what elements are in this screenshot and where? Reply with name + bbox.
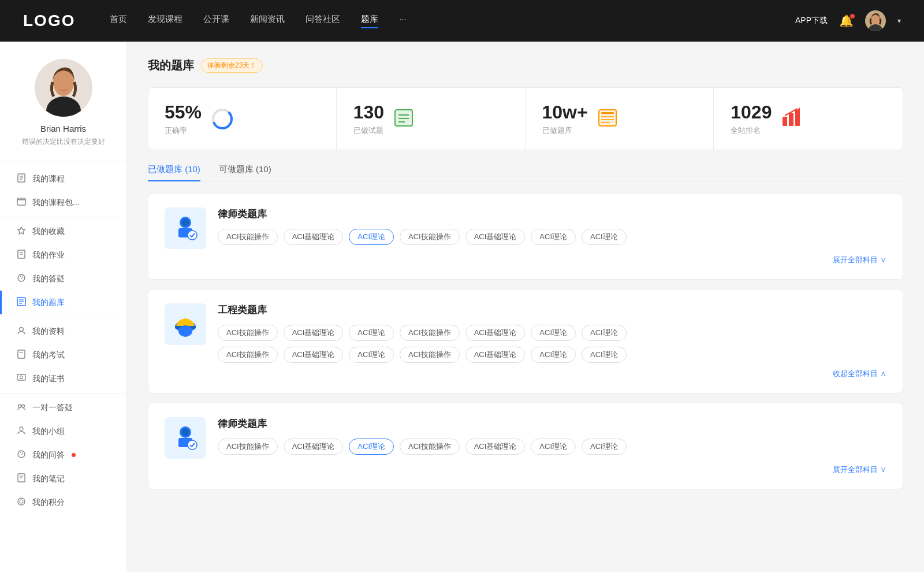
sidebar-item-label: 我的小组 [32,426,65,437]
sidebar-item-favorites[interactable]: 我的收藏 [0,220,126,243]
sidebar-item-exam[interactable]: 我的考试 [0,343,126,367]
user-avatar[interactable] [865,10,886,31]
nav-link-discover[interactable]: 发现课程 [148,14,182,28]
nav-links: 首页 发现课程 公开课 新闻资讯 问答社区 题库 ··· [110,14,795,28]
tag-2-1[interactable]: ACI基础理论 [284,325,344,341]
nav-link-more[interactable]: ··· [399,14,407,28]
tag-2-4[interactable]: ACI基础理论 [465,325,526,341]
svg-point-32 [20,427,23,430]
tag-1-5[interactable]: ACI理论 [531,229,576,245]
my-course-icon [16,173,27,184]
stat-done-qbanks: 10w+ 已做题库 [526,88,714,150]
sidebar-item-qbank[interactable]: 我的题库 [0,291,126,314]
nav-link-opencourse[interactable]: 公开课 [203,14,229,28]
sidebar-item-my-course[interactable]: 我的课程 [0,167,126,191]
qbank-expand-1[interactable]: 展开全部科目 ∨ [165,255,886,265]
sidebar-separator-1 [0,217,126,217]
page-layout: Brian Harris 错误的决定比没有决定要好 我的课程 我的课程包... [0,42,924,572]
tag-2-3[interactable]: ACI技能操作 [400,325,460,341]
tag-3-2[interactable]: ACI理论 [349,439,394,455]
rank-icon [781,107,804,131]
tag-3-6[interactable]: ACI理论 [582,439,627,455]
tag-2-0[interactable]: ACI技能操作 [218,325,278,341]
tag-2r2-1[interactable]: ACI基础理论 [284,347,344,363]
svg-point-60 [188,231,197,240]
questions-badge [72,453,76,457]
homework-icon [16,250,27,261]
tabs-bar: 已做题库 (10) 可做题库 (10) [148,164,903,181]
tag-1-6[interactable]: ACI理论 [582,229,627,245]
qbank-tags-3: ACI技能操作 ACI基础理论 ACI理论 ACI技能操作 ACI基础理论 AC… [218,439,886,455]
tag-1-0[interactable]: ACI技能操作 [218,229,278,245]
tag-3-4[interactable]: ACI基础理论 [465,439,526,455]
sidebar-item-label: 一对一答疑 [32,403,73,413]
my-qa-icon: ? [16,273,27,284]
sidebar-item-course-package[interactable]: 我的课程包... [0,191,126,214]
tag-3-1[interactable]: ACI基础理论 [284,439,344,455]
tag-1-4[interactable]: ACI基础理论 [465,229,526,245]
tab-done-qbanks[interactable]: 已做题库 (10) [148,164,200,181]
nav-link-home[interactable]: 首页 [110,14,127,28]
tag-1-3[interactable]: ACI技能操作 [400,229,460,245]
sidebar-item-label: 我的证书 [32,374,65,384]
sidebar-item-label: 我的积分 [32,497,65,508]
tag-2-2[interactable]: ACI理论 [349,325,394,341]
tag-3-0[interactable]: ACI技能操作 [218,439,278,455]
done-qbanks-icon [597,107,620,131]
tag-3-3[interactable]: ACI技能操作 [400,439,460,455]
stat-done-qbanks-info: 10w+ 已做题库 [542,102,588,136]
tag-2r2-5[interactable]: ACI理论 [531,347,576,363]
sidebar-item-label: 我的题库 [32,298,65,308]
sidebar-item-notes[interactable]: 我的笔记 [0,467,126,491]
qbank-expand-3[interactable]: 展开全部科目 ∨ [165,465,886,475]
qbank-info-3: 律师类题库 ACI技能操作 ACI基础理论 ACI理论 ACI技能操作 ACI基… [218,417,886,455]
course-package-icon [16,197,27,208]
qbank-tags-row1: ACI技能操作 ACI基础理论 ACI理论 ACI技能操作 ACI基础理论 AC… [218,325,886,341]
sidebar-item-profile[interactable]: 我的资料 [0,320,126,343]
sidebar-item-group[interactable]: 我的小组 [0,419,126,443]
tag-3-5[interactable]: ACI理论 [531,439,576,455]
qbank-collapse-2[interactable]: 收起全部科目 ∧ [165,369,886,379]
tag-1-1[interactable]: ACI基础理论 [284,229,344,245]
stat-accuracy: 55% 正确率 [148,88,337,150]
sidebar-item-my-questions[interactable]: ? 我的问答 [0,443,126,467]
tab-available-qbanks[interactable]: 可做题库 (10) [219,164,271,181]
notification-bell[interactable]: 🔔 [839,14,854,28]
sidebar-item-my-qa[interactable]: ? 我的答疑 [0,267,126,291]
stat-accuracy-value: 55% [165,102,202,123]
sidebar-item-one-on-one[interactable]: 一对一答疑 [0,396,126,419]
nav-logo: LOGO [23,12,75,30]
sidebar-item-label: 我的课程 [32,174,65,184]
svg-rect-49 [601,112,614,114]
sidebar-item-label: 我的问答 [32,450,65,460]
tag-2r2-2[interactable]: ACI理论 [349,347,394,363]
svg-rect-54 [789,113,793,126]
tag-2r2-3[interactable]: ACI技能操作 [400,347,460,363]
navbar: LOGO 首页 发现课程 公开课 新闻资讯 问答社区 题库 ··· APP下载 … [0,0,924,42]
user-dropdown-chevron[interactable]: ▾ [897,17,901,25]
tag-2r2-0[interactable]: ACI技能操作 [218,347,278,363]
nav-link-news[interactable]: 新闻资讯 [250,14,285,28]
sidebar-item-homework[interactable]: 我的作业 [0,243,126,267]
sidebar-item-label: 我的资料 [32,326,65,337]
tag-2r2-6[interactable]: ACI理论 [582,347,627,363]
nav-link-qa[interactable]: 问答社区 [305,14,340,28]
svg-point-39 [20,500,23,503]
done-questions-icon [393,107,416,131]
svg-point-25 [20,328,24,332]
sidebar-motto: 错误的决定比没有决定要好 [22,137,105,147]
tag-2r2-4[interactable]: ACI基础理论 [465,347,526,363]
tag-2-6[interactable]: ACI理论 [582,325,627,341]
tag-2-5[interactable]: ACI理论 [531,325,576,341]
sidebar-item-points[interactable]: 我的积分 [0,491,126,514]
app-download-button[interactable]: APP下载 [795,16,828,26]
svg-point-7 [54,73,73,96]
sidebar-item-certificate[interactable]: 我的证书 [0,367,126,391]
svg-rect-28 [17,374,25,380]
qbank-card-header: 律师类题库 ACI技能操作 ACI基础理论 ACI理论 ACI技能操作 ACI基… [165,207,886,249]
main-content: 我的题库 体验剩余23天！ 55% 正确率 [127,42,924,572]
qbank-title-1: 律师类题库 [218,207,886,221]
tag-1-2[interactable]: ACI理论 [349,229,394,245]
nav-link-qbank[interactable]: 题库 [361,14,378,28]
qbank-tags-row2: ACI技能操作 ACI基础理论 ACI理论 ACI技能操作 ACI基础理论 AC… [218,347,886,363]
